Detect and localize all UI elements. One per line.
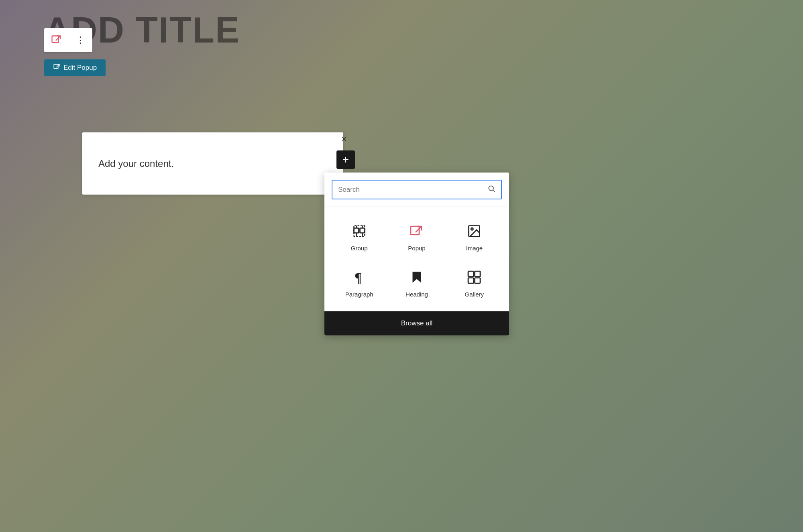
block-item-gallery[interactable]: Gallery (448, 261, 501, 303)
gallery-icon (465, 268, 483, 286)
close-button[interactable]: × (336, 132, 352, 147)
svg-line-1 (55, 36, 60, 41)
edit-popup-label: Edit Popup (63, 64, 97, 72)
popup-block-icon (408, 222, 426, 240)
popup-icon-button[interactable] (44, 28, 68, 52)
svg-line-14 (416, 226, 422, 232)
browse-all-button[interactable]: Browse all (324, 311, 509, 335)
svg-rect-20 (468, 278, 474, 284)
block-item-paragraph[interactable]: ¶ Paragraph (332, 261, 386, 303)
content-placeholder: Add your content. (98, 158, 174, 169)
search-icon (487, 185, 495, 195)
inserter-search-area (324, 173, 509, 207)
block-inserter-panel: Group Popup Image (324, 173, 509, 335)
block-item-group[interactable]: Group (332, 215, 386, 257)
block-grid: Group Popup Image (324, 207, 509, 307)
paragraph-label: Paragraph (345, 291, 373, 298)
svg-rect-19 (475, 271, 481, 277)
heading-icon (408, 268, 426, 286)
toolbar-group: ⋮ (44, 28, 92, 52)
search-input-wrapper (332, 180, 502, 199)
block-item-image[interactable]: Image (448, 215, 501, 257)
more-options-button[interactable]: ⋮ (68, 28, 92, 52)
image-icon (465, 222, 483, 240)
content-block: Add your content. (82, 132, 343, 195)
paragraph-icon: ¶ (351, 268, 368, 286)
svg-point-4 (489, 186, 493, 191)
image-label: Image (466, 245, 483, 252)
svg-point-16 (471, 228, 473, 230)
block-item-heading[interactable]: Heading (390, 261, 443, 303)
close-icon: × (342, 134, 347, 144)
heading-label: Heading (406, 291, 428, 298)
svg-line-5 (493, 190, 495, 192)
gallery-label: Gallery (465, 291, 484, 298)
group-label: Group (351, 245, 368, 252)
edit-popup-button[interactable]: Edit Popup (44, 59, 106, 76)
popup-label: Popup (408, 245, 425, 252)
svg-rect-7 (360, 228, 365, 233)
edit-popup-icon (53, 63, 60, 72)
group-icon (351, 222, 368, 240)
svg-rect-18 (468, 271, 474, 277)
add-block-button[interactable]: + (336, 150, 355, 169)
search-input[interactable] (338, 186, 483, 194)
add-icon: + (342, 153, 349, 166)
block-item-popup[interactable]: Popup (390, 215, 443, 257)
svg-rect-6 (354, 228, 359, 233)
svg-text:¶: ¶ (355, 270, 362, 284)
svg-rect-21 (475, 278, 481, 284)
svg-rect-12 (354, 226, 365, 237)
